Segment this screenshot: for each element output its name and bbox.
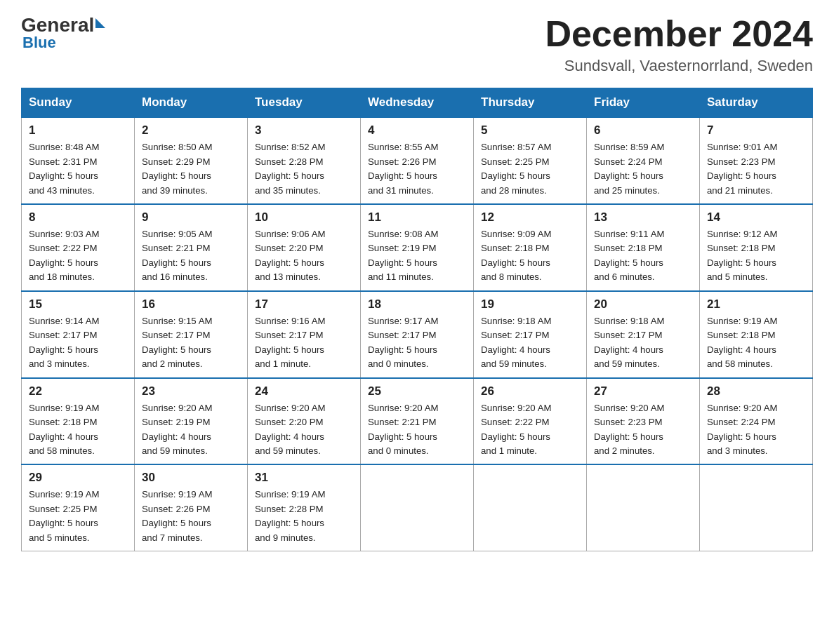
- day-info-25: Sunrise: 9:20 AM Sunset: 2:21 PM Dayligh…: [368, 401, 466, 459]
- calendar-day-4: 4Sunrise: 8:55 AM Sunset: 2:26 PM Daylig…: [361, 117, 474, 204]
- day-number-3: 3: [255, 123, 353, 137]
- calendar-day-25: 25Sunrise: 9:20 AM Sunset: 2:21 PM Dayli…: [361, 378, 474, 465]
- day-info-11: Sunrise: 9:08 AM Sunset: 2:19 PM Dayligh…: [368, 227, 466, 285]
- day-info-9: Sunrise: 9:05 AM Sunset: 2:21 PM Dayligh…: [142, 227, 240, 285]
- weekday-header-friday: Friday: [587, 88, 700, 118]
- calendar-day-17: 17Sunrise: 9:16 AM Sunset: 2:17 PM Dayli…: [248, 291, 361, 378]
- day-number-5: 5: [481, 123, 579, 137]
- weekday-header-tuesday: Tuesday: [248, 88, 361, 118]
- day-info-21: Sunrise: 9:19 AM Sunset: 2:18 PM Dayligh…: [707, 314, 805, 372]
- calendar-day-12: 12Sunrise: 9:09 AM Sunset: 2:18 PM Dayli…: [474, 204, 587, 291]
- weekday-header-thursday: Thursday: [474, 88, 587, 118]
- calendar-day-8: 8Sunrise: 9:03 AM Sunset: 2:22 PM Daylig…: [22, 204, 135, 291]
- day-info-24: Sunrise: 9:20 AM Sunset: 2:20 PM Dayligh…: [255, 401, 353, 459]
- calendar-day-14: 14Sunrise: 9:12 AM Sunset: 2:18 PM Dayli…: [700, 204, 813, 291]
- calendar-day-6: 6Sunrise: 8:59 AM Sunset: 2:24 PM Daylig…: [587, 117, 700, 204]
- day-number-27: 27: [594, 384, 692, 398]
- logo-triangle-icon: [95, 18, 105, 28]
- day-info-1: Sunrise: 8:48 AM Sunset: 2:31 PM Dayligh…: [29, 140, 127, 198]
- calendar-day-9: 9Sunrise: 9:05 AM Sunset: 2:21 PM Daylig…: [135, 204, 248, 291]
- calendar-day-2: 2Sunrise: 8:50 AM Sunset: 2:29 PM Daylig…: [135, 117, 248, 204]
- calendar-day-21: 21Sunrise: 9:19 AM Sunset: 2:18 PM Dayli…: [700, 291, 813, 378]
- weekday-header-monday: Monday: [135, 88, 248, 118]
- day-info-15: Sunrise: 9:14 AM Sunset: 2:17 PM Dayligh…: [29, 314, 127, 372]
- day-info-30: Sunrise: 9:19 AM Sunset: 2:26 PM Dayligh…: [142, 488, 240, 545]
- day-number-22: 22: [29, 384, 127, 398]
- empty-cell: [587, 464, 700, 551]
- calendar-header: SundayMondayTuesdayWednesdayThursdayFrid…: [22, 88, 813, 118]
- day-number-28: 28: [707, 384, 805, 398]
- day-info-4: Sunrise: 8:55 AM Sunset: 2:26 PM Dayligh…: [368, 140, 466, 198]
- calendar-day-20: 20Sunrise: 9:18 AM Sunset: 2:17 PM Dayli…: [587, 291, 700, 378]
- day-info-3: Sunrise: 8:52 AM Sunset: 2:28 PM Dayligh…: [255, 140, 353, 198]
- day-info-10: Sunrise: 9:06 AM Sunset: 2:20 PM Dayligh…: [255, 227, 353, 285]
- day-number-13: 13: [594, 210, 692, 224]
- calendar-day-23: 23Sunrise: 9:20 AM Sunset: 2:19 PM Dayli…: [135, 378, 248, 465]
- day-info-7: Sunrise: 9:01 AM Sunset: 2:23 PM Dayligh…: [707, 140, 805, 198]
- calendar-day-30: 30Sunrise: 9:19 AM Sunset: 2:26 PM Dayli…: [135, 464, 248, 551]
- calendar-day-1: 1Sunrise: 8:48 AM Sunset: 2:31 PM Daylig…: [22, 117, 135, 204]
- day-number-14: 14: [707, 210, 805, 224]
- day-number-20: 20: [594, 297, 692, 311]
- day-info-8: Sunrise: 9:03 AM Sunset: 2:22 PM Dayligh…: [29, 227, 127, 285]
- location-title: Sundsvall, Vaesternorrland, Sweden: [545, 57, 813, 75]
- day-info-16: Sunrise: 9:15 AM Sunset: 2:17 PM Dayligh…: [142, 314, 240, 372]
- logo-blue-text: Blue: [22, 34, 56, 52]
- day-info-23: Sunrise: 9:20 AM Sunset: 2:19 PM Dayligh…: [142, 401, 240, 459]
- day-number-24: 24: [255, 384, 353, 398]
- day-info-6: Sunrise: 8:59 AM Sunset: 2:24 PM Dayligh…: [594, 140, 692, 198]
- month-title: December 2024: [545, 14, 813, 54]
- calendar-day-3: 3Sunrise: 8:52 AM Sunset: 2:28 PM Daylig…: [248, 117, 361, 204]
- calendar-day-7: 7Sunrise: 9:01 AM Sunset: 2:23 PM Daylig…: [700, 117, 813, 204]
- calendar-day-29: 29Sunrise: 9:19 AM Sunset: 2:25 PM Dayli…: [22, 464, 135, 551]
- day-info-26: Sunrise: 9:20 AM Sunset: 2:22 PM Dayligh…: [481, 401, 579, 459]
- day-info-31: Sunrise: 9:19 AM Sunset: 2:28 PM Dayligh…: [255, 488, 353, 545]
- calendar-day-27: 27Sunrise: 9:20 AM Sunset: 2:23 PM Dayli…: [587, 378, 700, 465]
- calendar-day-15: 15Sunrise: 9:14 AM Sunset: 2:17 PM Dayli…: [22, 291, 135, 378]
- day-info-22: Sunrise: 9:19 AM Sunset: 2:18 PM Dayligh…: [29, 401, 127, 459]
- weekday-header-row: SundayMondayTuesdayWednesdayThursdayFrid…: [22, 88, 813, 118]
- day-number-10: 10: [255, 210, 353, 224]
- calendar-day-11: 11Sunrise: 9:08 AM Sunset: 2:19 PM Dayli…: [361, 204, 474, 291]
- day-info-17: Sunrise: 9:16 AM Sunset: 2:17 PM Dayligh…: [255, 314, 353, 372]
- day-number-9: 9: [142, 210, 240, 224]
- logo: General Blue: [21, 14, 105, 52]
- calendar-day-22: 22Sunrise: 9:19 AM Sunset: 2:18 PM Dayli…: [22, 378, 135, 465]
- day-number-2: 2: [142, 123, 240, 137]
- day-number-29: 29: [29, 471, 127, 485]
- day-info-13: Sunrise: 9:11 AM Sunset: 2:18 PM Dayligh…: [594, 227, 692, 285]
- day-number-15: 15: [29, 297, 127, 311]
- empty-cell: [361, 464, 474, 551]
- calendar-day-31: 31Sunrise: 9:19 AM Sunset: 2:28 PM Dayli…: [248, 464, 361, 551]
- calendar-week-4: 22Sunrise: 9:19 AM Sunset: 2:18 PM Dayli…: [22, 378, 813, 465]
- day-info-29: Sunrise: 9:19 AM Sunset: 2:25 PM Dayligh…: [29, 488, 127, 545]
- calendar-week-5: 29Sunrise: 9:19 AM Sunset: 2:25 PM Dayli…: [22, 464, 813, 551]
- calendar-day-28: 28Sunrise: 9:20 AM Sunset: 2:24 PM Dayli…: [700, 378, 813, 465]
- calendar-body: 1Sunrise: 8:48 AM Sunset: 2:31 PM Daylig…: [22, 117, 813, 551]
- day-number-17: 17: [255, 297, 353, 311]
- calendar-day-24: 24Sunrise: 9:20 AM Sunset: 2:20 PM Dayli…: [248, 378, 361, 465]
- calendar-day-16: 16Sunrise: 9:15 AM Sunset: 2:17 PM Dayli…: [135, 291, 248, 378]
- weekday-header-saturday: Saturday: [700, 88, 813, 118]
- day-number-12: 12: [481, 210, 579, 224]
- calendar-week-1: 1Sunrise: 8:48 AM Sunset: 2:31 PM Daylig…: [22, 117, 813, 204]
- day-info-18: Sunrise: 9:17 AM Sunset: 2:17 PM Dayligh…: [368, 314, 466, 372]
- day-number-18: 18: [368, 297, 466, 311]
- empty-cell: [700, 464, 813, 551]
- day-number-1: 1: [29, 123, 127, 137]
- calendar-day-10: 10Sunrise: 9:06 AM Sunset: 2:20 PM Dayli…: [248, 204, 361, 291]
- day-number-23: 23: [142, 384, 240, 398]
- empty-cell: [474, 464, 587, 551]
- day-number-16: 16: [142, 297, 240, 311]
- day-number-8: 8: [29, 210, 127, 224]
- weekday-header-wednesday: Wednesday: [361, 88, 474, 118]
- day-number-21: 21: [707, 297, 805, 311]
- day-number-7: 7: [707, 123, 805, 137]
- day-number-31: 31: [255, 471, 353, 485]
- calendar-day-26: 26Sunrise: 9:20 AM Sunset: 2:22 PM Dayli…: [474, 378, 587, 465]
- calendar-day-5: 5Sunrise: 8:57 AM Sunset: 2:25 PM Daylig…: [474, 117, 587, 204]
- day-info-12: Sunrise: 9:09 AM Sunset: 2:18 PM Dayligh…: [481, 227, 579, 285]
- calendar-week-2: 8Sunrise: 9:03 AM Sunset: 2:22 PM Daylig…: [22, 204, 813, 291]
- day-number-25: 25: [368, 384, 466, 398]
- day-info-19: Sunrise: 9:18 AM Sunset: 2:17 PM Dayligh…: [481, 314, 579, 372]
